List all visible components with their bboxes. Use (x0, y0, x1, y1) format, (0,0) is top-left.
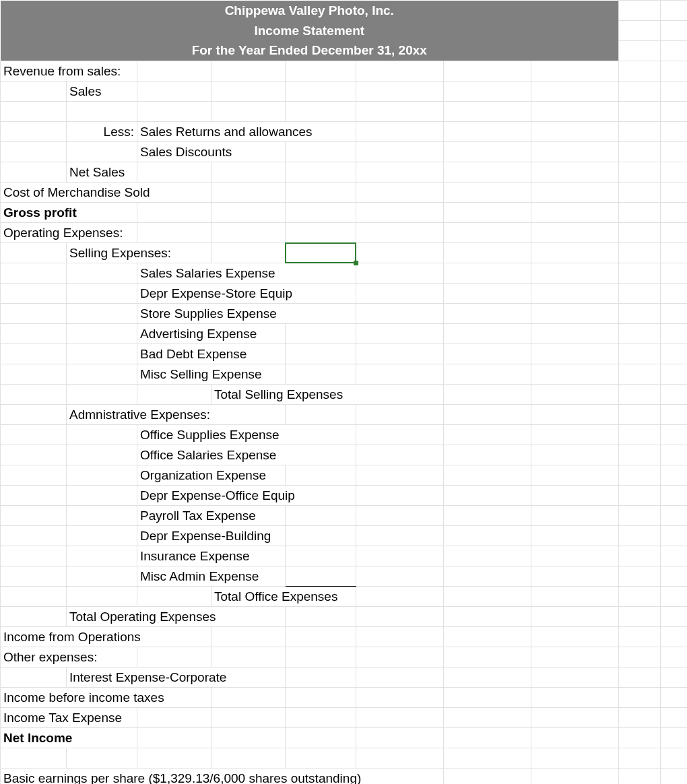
cell[interactable] (286, 142, 356, 162)
cell[interactable] (661, 607, 687, 627)
cell[interactable] (356, 425, 444, 445)
cell[interactable] (286, 405, 356, 425)
cell[interactable] (661, 748, 687, 769)
cell[interactable] (211, 203, 286, 223)
cell[interactable] (286, 81, 356, 102)
cell[interactable] (286, 627, 356, 647)
cell[interactable] (356, 304, 444, 324)
cell[interactable] (286, 506, 356, 526)
cell[interactable] (211, 162, 286, 183)
cell[interactable] (286, 203, 356, 223)
label[interactable]: Revenue from sales: (1, 61, 137, 81)
label[interactable]: Office Salaries Expense (137, 445, 356, 465)
cell[interactable] (67, 324, 137, 344)
cell[interactable] (444, 748, 531, 769)
cell[interactable] (444, 61, 531, 81)
cell[interactable] (1, 607, 67, 627)
cell[interactable] (531, 344, 619, 364)
cell[interactable] (444, 263, 531, 284)
cell[interactable] (531, 263, 619, 284)
cell[interactable] (356, 748, 444, 769)
cell[interactable] (356, 667, 444, 688)
cell[interactable] (286, 102, 356, 122)
cell[interactable] (356, 284, 444, 304)
cell[interactable] (531, 385, 619, 405)
cell[interactable] (444, 324, 531, 344)
cell[interactable] (531, 708, 619, 728)
cell[interactable] (661, 243, 687, 263)
cell[interactable] (444, 688, 531, 708)
label-returns[interactable]: Sales Returns and allowances (137, 122, 356, 142)
cell[interactable] (619, 506, 661, 526)
cell[interactable] (211, 748, 286, 769)
label[interactable]: Total Operating Expenses (67, 607, 286, 627)
cell[interactable] (356, 223, 444, 243)
cell[interactable] (444, 304, 531, 324)
cell[interactable] (619, 102, 661, 122)
cell[interactable] (661, 122, 687, 142)
cell[interactable] (619, 627, 661, 647)
cell[interactable] (531, 566, 619, 587)
cell[interactable] (661, 223, 687, 243)
cell[interactable] (531, 587, 619, 607)
cell[interactable] (619, 364, 661, 385)
cell[interactable] (661, 647, 687, 667)
cell[interactable] (286, 223, 356, 243)
cell[interactable] (661, 41, 687, 61)
cell[interactable] (661, 486, 687, 506)
cell[interactable] (286, 647, 356, 667)
cell[interactable] (531, 203, 619, 223)
cell[interactable] (1, 667, 67, 688)
cell[interactable] (67, 344, 137, 364)
cell[interactable] (286, 465, 356, 486)
cell[interactable] (1, 385, 67, 405)
cell[interactable] (619, 142, 661, 162)
cell[interactable] (356, 486, 444, 506)
cell[interactable] (211, 183, 286, 203)
cell[interactable] (444, 486, 531, 506)
cell[interactable] (444, 546, 531, 566)
cell[interactable] (444, 587, 531, 607)
cell[interactable] (1, 304, 67, 324)
cell[interactable] (137, 81, 211, 102)
cell[interactable] (356, 607, 444, 627)
cell[interactable] (67, 486, 137, 506)
cell[interactable] (444, 506, 531, 526)
cell[interactable] (531, 526, 619, 546)
cell[interactable] (67, 385, 137, 405)
cell[interactable] (619, 526, 661, 546)
cell[interactable] (619, 728, 661, 748)
label[interactable]: Net Sales (67, 162, 137, 183)
cell[interactable] (444, 708, 531, 728)
cell[interactable] (356, 688, 444, 708)
cell[interactable] (619, 162, 661, 183)
cell[interactable] (286, 61, 356, 81)
cell[interactable] (211, 688, 286, 708)
cell[interactable] (356, 647, 444, 667)
cell[interactable] (531, 102, 619, 122)
cell[interactable] (1, 465, 67, 486)
cell[interactable] (356, 364, 444, 385)
cell[interactable] (661, 1, 687, 21)
cell[interactable] (531, 688, 619, 708)
label[interactable]: Net Income (1, 728, 137, 748)
label[interactable]: Office Supplies Expense (137, 425, 356, 445)
cell[interactable] (67, 425, 137, 445)
cell[interactable] (619, 41, 661, 61)
cell[interactable] (661, 21, 687, 41)
cell[interactable] (661, 284, 687, 304)
cell[interactable] (619, 708, 661, 728)
cell[interactable] (356, 728, 444, 748)
cell[interactable] (619, 324, 661, 344)
label[interactable]: Store Supplies Expense (137, 304, 356, 324)
label[interactable]: Depr Expense-Store Equip (137, 284, 356, 304)
cell[interactable] (661, 324, 687, 344)
cell[interactable] (1, 587, 67, 607)
label[interactable]: Total Office Expenses (211, 587, 356, 607)
cell[interactable] (531, 122, 619, 142)
cell[interactable] (286, 162, 356, 183)
cell[interactable] (661, 183, 687, 203)
cell[interactable] (619, 486, 661, 506)
cell[interactable] (661, 546, 687, 566)
cell[interactable] (619, 688, 661, 708)
